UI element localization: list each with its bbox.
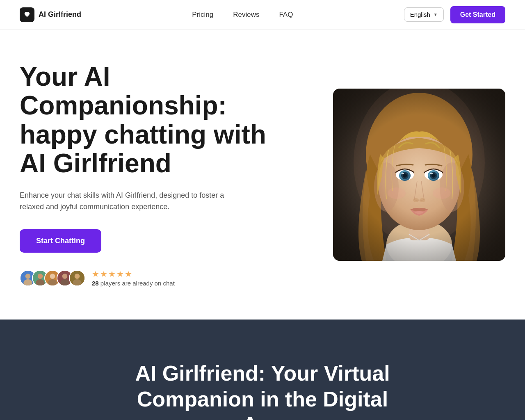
logo-icon [20, 7, 34, 22]
nav-link-pricing[interactable]: Pricing [192, 11, 213, 19]
proof-count: 28 players are already on chat [92, 280, 175, 287]
social-proof: ★★★★★ 28 players are already on chat [20, 269, 274, 287]
language-label: English [410, 11, 430, 18]
navbar: AI Girlfriend Pricing Reviews FAQ Englis… [0, 0, 525, 30]
svg-point-14 [75, 274, 80, 279]
language-selector[interactable]: English ▼ [404, 7, 444, 22]
logo[interactable]: AI Girlfriend [20, 7, 81, 22]
svg-point-9 [48, 279, 57, 286]
get-started-button[interactable]: Get Started [450, 6, 505, 23]
nav-link-faq[interactable]: FAQ [279, 11, 293, 19]
svg-point-15 [73, 279, 82, 286]
hero-image [333, 89, 505, 261]
svg-point-3 [23, 279, 32, 286]
svg-point-8 [50, 274, 55, 279]
svg-point-6 [36, 279, 45, 286]
portrait-svg [333, 89, 505, 261]
section-dark-title: AI Girlfriend: Your Virtual Companion in… [119, 361, 406, 420]
svg-point-5 [38, 274, 43, 279]
svg-point-12 [60, 279, 69, 286]
star-rating: ★★★★★ [92, 269, 175, 279]
avatar [69, 270, 85, 286]
proof-text: ★★★★★ 28 players are already on chat [92, 269, 175, 287]
nav-link-reviews[interactable]: Reviews [233, 11, 259, 19]
hero-section: Your AI Companionship: happy chatting wi… [0, 30, 525, 320]
section-dark: AI Girlfriend: Your Virtual Companion in… [0, 320, 525, 420]
start-chatting-button[interactable]: Start Chatting [20, 229, 101, 253]
svg-rect-41 [333, 89, 505, 261]
nav-links: Pricing Reviews FAQ [192, 11, 293, 19]
chevron-down-icon: ▼ [434, 12, 438, 17]
svg-point-2 [25, 274, 31, 279]
logo-text: AI Girlfriend [39, 10, 81, 19]
hero-content: Your AI Companionship: happy chatting wi… [20, 62, 274, 287]
nav-right: English ▼ Get Started [404, 6, 505, 23]
svg-point-11 [62, 274, 68, 279]
avatar-group [20, 270, 85, 286]
hero-subtitle: Enhance your chat skills with AI Girlfri… [20, 189, 241, 213]
hero-title: Your AI Companionship: happy chatting wi… [20, 62, 274, 178]
